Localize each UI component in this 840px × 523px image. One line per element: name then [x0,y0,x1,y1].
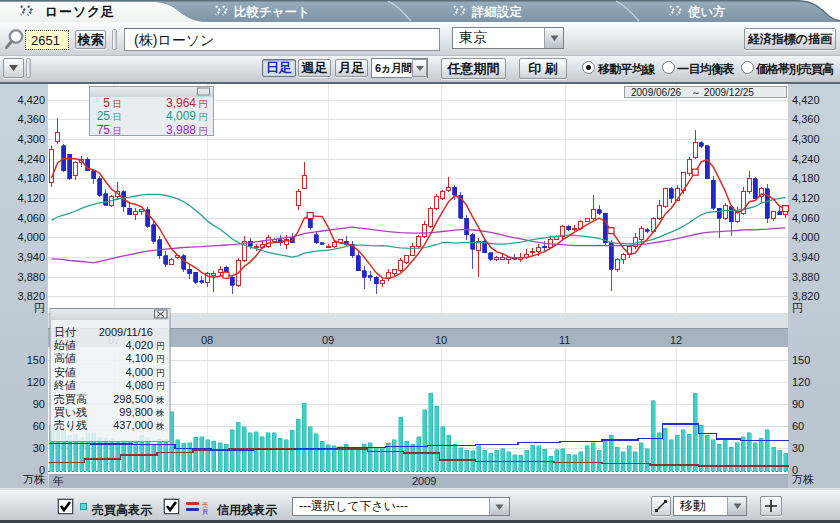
svg-text:4,000: 4,000 [125,366,153,378]
svg-text:75: 75 [97,123,111,137]
svg-text:08: 08 [201,334,213,346]
svg-text:150: 150 [27,354,45,366]
svg-text:詳細設定: 詳細設定 [471,4,523,19]
svg-text:30: 30 [792,442,804,454]
svg-text:4,360: 4,360 [17,113,45,125]
svg-text:3,940: 3,940 [17,251,45,263]
svg-text:30: 30 [33,442,45,454]
svg-text:11: 11 [559,334,570,346]
svg-text:4,420: 4,420 [17,94,45,106]
svg-text:4,360: 4,360 [792,113,820,125]
svg-text:ローソク足: ローソク足 [45,4,115,19]
svg-text:買い残: 買い残 [54,406,87,418]
svg-text:株: 株 [155,408,165,418]
svg-text:60: 60 [792,420,804,432]
svg-text:437,000: 437,000 [113,419,153,431]
svg-text:09: 09 [322,334,334,346]
svg-text:4,120: 4,120 [792,192,820,204]
svg-text:4,009: 4,009 [166,109,196,123]
svg-text:4,060: 4,060 [792,212,820,224]
svg-text:売り残: 売り残 [54,419,87,431]
svg-text:円: 円 [156,368,165,378]
svg-text:4,300: 4,300 [17,133,45,145]
svg-text:円: 円 [199,126,208,136]
svg-text:円: 円 [34,302,45,314]
svg-text:株: 株 [155,421,165,431]
svg-text:2009/11/16: 2009/11/16 [99,326,153,338]
svg-text:5: 5 [103,96,110,110]
svg-text:4,240: 4,240 [792,153,820,165]
svg-text:4,120: 4,120 [17,192,45,204]
svg-text:4,060: 4,060 [17,212,45,224]
svg-text:4,100: 4,100 [125,352,153,364]
svg-text:3,880: 3,880 [792,271,820,283]
svg-text:4,180: 4,180 [792,172,820,184]
svg-text:円: 円 [792,302,803,314]
svg-text:3,988: 3,988 [166,123,196,137]
svg-text:2009: 2009 [412,475,436,487]
svg-text:日: 日 [113,126,122,136]
svg-text:高値: 高値 [54,352,76,364]
svg-text:終値: 終値 [53,379,76,391]
svg-text:150: 150 [792,354,810,366]
svg-text:日: 日 [113,99,122,109]
svg-text:3,940: 3,940 [792,251,820,263]
svg-text:298,500: 298,500 [113,393,153,405]
svg-text:万株: 万株 [792,473,814,485]
svg-text:日: 日 [113,112,122,122]
svg-text:120: 120 [27,376,45,388]
svg-text:使い方: 使い方 [687,4,726,19]
svg-text:円: 円 [156,354,165,364]
svg-text:99,800: 99,800 [119,406,153,418]
svg-text:4,300: 4,300 [792,133,820,145]
svg-text:比較チャート: 比較チャート [234,5,310,19]
svg-text:4,420: 4,420 [792,94,820,106]
svg-text:12: 12 [670,334,682,346]
svg-text:始値: 始値 [53,339,76,351]
svg-text:円: 円 [156,341,165,351]
svg-text:4,020: 4,020 [125,339,153,351]
svg-text:4,180: 4,180 [17,172,45,184]
svg-text:120: 120 [792,376,810,388]
svg-text:売買高: 売買高 [54,393,87,405]
svg-text:4,080: 4,080 [125,379,153,391]
svg-text:90: 90 [792,398,804,410]
svg-text:4,000: 4,000 [792,231,820,243]
svg-text:60: 60 [33,420,45,432]
svg-text:10: 10 [435,334,447,346]
svg-text:円: 円 [156,381,165,391]
svg-text:万株: 万株 [23,473,45,485]
svg-text:株: 株 [155,395,165,405]
svg-text:日付: 日付 [54,326,76,338]
svg-text:円: 円 [199,99,208,109]
svg-text:4,000: 4,000 [17,231,45,243]
svg-text:4,240: 4,240 [17,153,45,165]
svg-text:年: 年 [52,475,64,487]
svg-text:25: 25 [97,109,111,123]
svg-text:3,880: 3,880 [17,271,45,283]
svg-text:2009/06/26 ～ 2009/12/25: 2009/06/26 ～ 2009/12/25 [631,87,754,98]
svg-text:3,964: 3,964 [166,96,196,110]
svg-text:円: 円 [199,112,208,122]
svg-text:90: 90 [33,398,45,410]
svg-text:安値: 安値 [54,366,76,378]
